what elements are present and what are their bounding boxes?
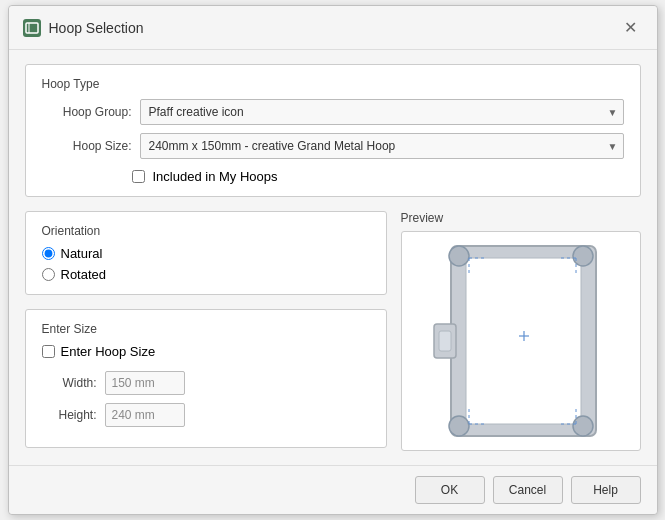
dialog-icon [23,19,41,37]
preview-section: Preview [401,211,641,451]
hoop-group-label: Hoop Group: [42,105,132,119]
svg-point-5 [573,246,593,266]
left-panels: Orientation Natural Rotated Enter Size [25,211,387,451]
dialog-footer: OK Cancel Help [9,465,657,514]
height-row: Height: [42,403,370,427]
rotated-row: Rotated [42,267,370,282]
width-label: Width: [42,376,97,390]
preview-box [401,231,641,451]
hoop-group-select[interactable]: Pfaff creative icon [140,99,624,125]
enter-hoop-size-label: Enter Hoop Size [61,344,156,359]
hoop-preview-svg [431,236,611,446]
hoop-selection-dialog: Hoop Selection ✕ Hoop Type Hoop Group: P… [8,5,658,515]
hoop-size-select[interactable]: 240mm x 150mm - creative Grand Metal Hoo… [140,133,624,159]
height-input[interactable] [105,403,185,427]
natural-radio[interactable] [42,247,55,260]
svg-point-4 [449,246,469,266]
hoop-size-select-wrapper: 240mm x 150mm - creative Grand Metal Hoo… [140,133,624,159]
hoop-type-label: Hoop Type [42,77,624,91]
hoop-size-label: Hoop Size: [42,139,132,153]
enter-size-section: Enter Size Enter Hoop Size Width: Height… [25,309,387,448]
dialog-body: Hoop Type Hoop Group: Pfaff creative ico… [9,50,657,465]
cancel-button[interactable]: Cancel [493,476,563,504]
hoop-type-section: Hoop Type Hoop Group: Pfaff creative ico… [25,64,641,197]
enter-hoop-size-row: Enter Hoop Size [42,344,370,359]
svg-rect-0 [26,23,38,33]
natural-row: Natural [42,246,370,261]
help-button[interactable]: Help [571,476,641,504]
height-label: Height: [42,408,97,422]
hoop-size-row: Hoop Size: 240mm x 150mm - creative Gran… [42,133,624,159]
width-row: Width: [42,371,370,395]
included-row: Included in My Hoops [42,169,624,184]
title-bar-left: Hoop Selection [23,19,144,37]
enter-hoop-size-checkbox[interactable] [42,345,55,358]
included-checkbox[interactable] [132,170,145,183]
ok-button[interactable]: OK [415,476,485,504]
enter-size-label: Enter Size [42,322,370,336]
lower-sections: Orientation Natural Rotated Enter Size [25,211,641,451]
svg-point-7 [573,416,593,436]
orientation-section: Orientation Natural Rotated [25,211,387,295]
width-input[interactable] [105,371,185,395]
hoop-group-row: Hoop Group: Pfaff creative icon ▼ [42,99,624,125]
included-label: Included in My Hoops [153,169,278,184]
natural-label: Natural [61,246,103,261]
svg-rect-9 [439,331,451,351]
dialog-title: Hoop Selection [49,20,144,36]
hoop-group-select-wrapper: Pfaff creative icon ▼ [140,99,624,125]
rotated-radio[interactable] [42,268,55,281]
title-bar: Hoop Selection ✕ [9,6,657,50]
close-button[interactable]: ✕ [618,16,643,39]
preview-label: Preview [401,211,641,225]
orientation-label: Orientation [42,224,370,238]
rotated-label: Rotated [61,267,107,282]
svg-point-6 [449,416,469,436]
